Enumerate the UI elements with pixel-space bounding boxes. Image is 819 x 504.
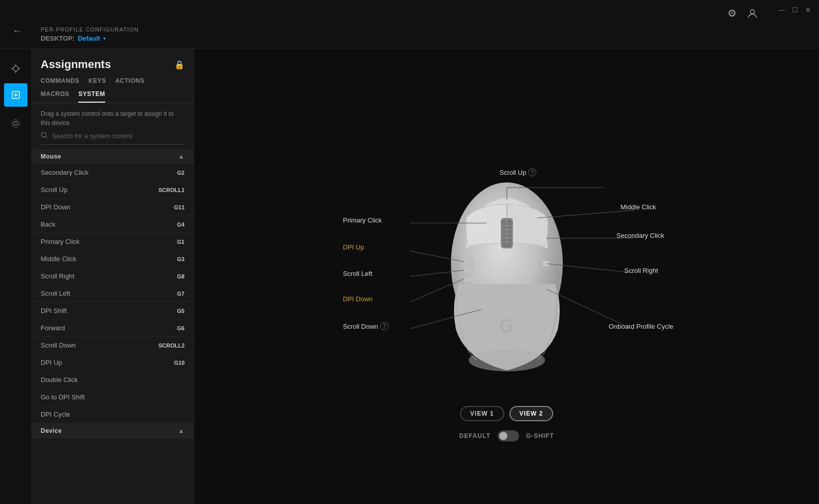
item-label: Back [41, 220, 55, 228]
header: ← PER-PROFILE CONFIGURATION DESKTOP: Def… [0, 0, 819, 49]
svg-point-11 [42, 133, 46, 137]
close-button[interactable]: ✕ [805, 6, 811, 14]
item-key: G7 [177, 291, 185, 297]
item-key: G10 [174, 360, 185, 366]
toggle-thumb [499, 432, 507, 440]
mouse-section-header[interactable]: Mouse ▲ [32, 149, 194, 164]
profile-name: Default [78, 35, 100, 42]
svg-point-0 [750, 10, 754, 14]
device-section-header[interactable]: Device ▲ [32, 423, 194, 438]
item-key: G8 [177, 273, 185, 279]
list-item[interactable]: Primary Click G1 [32, 233, 194, 250]
label-dpi-up: DPI Up [343, 243, 365, 251]
mouse-diagram: G [309, 111, 705, 396]
list-item[interactable]: DPI Shift G5 [32, 302, 194, 320]
item-key: G1 [177, 239, 185, 245]
item-key: G4 [177, 222, 185, 228]
restore-button[interactable]: ☐ [792, 6, 798, 14]
sidebar-icon-effects[interactable] [4, 112, 27, 135]
tab-actions[interactable]: ACTIONS [115, 77, 145, 86]
help-icon-2[interactable]: ? [380, 322, 388, 330]
label-dpi-down: DPI Down [343, 295, 373, 303]
list-item[interactable]: DPI Down G11 [32, 199, 194, 216]
gshift-toggle[interactable] [498, 430, 519, 442]
item-label: Scroll Right [41, 272, 74, 280]
gshift-label: G-SHIFT [526, 432, 554, 439]
view2-button[interactable]: VIEW 2 [509, 406, 554, 421]
left-sidebar [0, 49, 32, 504]
profile-selector[interactable]: DESKTOP: Default ▾ [41, 35, 139, 42]
tab-system[interactable]: SYSTEM [78, 90, 105, 103]
settings-icon[interactable]: ⚙ [727, 7, 737, 19]
tab-row-2: MACROS SYSTEM [32, 86, 194, 103]
item-key: G6 [177, 325, 185, 331]
label-secondary-click: Secondary Click [617, 232, 664, 239]
back-button[interactable]: ← [8, 21, 26, 40]
item-label: Go to DPI Shift [41, 393, 85, 401]
list-item[interactable]: Forward G6 [32, 320, 194, 337]
search-box [41, 132, 185, 145]
sidebar-icon-crosshair[interactable] [4, 57, 27, 80]
list-item[interactable]: Scroll Down SCROLL2 [32, 337, 194, 354]
svg-rect-23 [464, 276, 473, 282]
window-title: PER-PROFILE CONFIGURATION [41, 26, 139, 33]
list-item[interactable]: Scroll Right G8 [32, 268, 194, 285]
desktop-label: DESKTOP: [41, 35, 75, 42]
search-input[interactable] [52, 132, 185, 140]
list-item[interactable]: Middle Click G3 [32, 250, 194, 268]
item-label: DPI Cycle [41, 411, 70, 418]
item-label: Scroll Up [41, 186, 68, 194]
svg-point-1 [13, 66, 18, 71]
mouse-items-list: Secondary Click G2 Scroll Up SCROLL1 DPI… [32, 164, 194, 423]
list-item[interactable]: Double Click [32, 371, 194, 389]
item-label: DPI Shift [41, 307, 67, 314]
item-key: G3 [177, 256, 185, 262]
list-container[interactable]: Mouse ▲ Secondary Click G2 Scroll Up SCR… [32, 149, 194, 504]
item-label: Forward [41, 324, 65, 332]
user-icon[interactable] [747, 8, 758, 19]
list-item[interactable]: DPI Cycle [32, 406, 194, 423]
panel-title: Assignments [41, 58, 111, 71]
mouse-section-label: Mouse [41, 153, 62, 160]
sidebar-icon-assignments[interactable] [4, 83, 27, 107]
item-key: G11 [174, 204, 185, 210]
label-primary-click: Primary Click [343, 216, 382, 224]
item-label: Double Click [41, 376, 78, 384]
shift-toggle-row: DEFAULT G-SHIFT [459, 430, 554, 442]
main-area: G [194, 49, 819, 504]
list-item[interactable]: Scroll Up SCROLL1 [32, 181, 194, 199]
list-item[interactable]: Go to DPI Shift [32, 389, 194, 406]
svg-line-31 [537, 210, 634, 218]
help-icon[interactable]: ? [528, 168, 536, 176]
svg-point-27 [469, 349, 545, 371]
list-item[interactable]: Back G4 [32, 216, 194, 233]
svg-rect-22 [464, 267, 473, 273]
item-key: SCROLL2 [159, 342, 185, 349]
label-scroll-right: Scroll Right [624, 267, 658, 274]
lock-icon[interactable]: 🔒 [174, 60, 185, 70]
list-item[interactable]: Secondary Click G2 [32, 164, 194, 181]
svg-text:G: G [499, 316, 513, 336]
list-item[interactable]: Scroll Left G7 [32, 285, 194, 302]
default-label: DEFAULT [459, 432, 490, 439]
chevron-down-icon: ▾ [103, 36, 106, 41]
search-icon [41, 132, 48, 140]
item-label: DPI Down [41, 203, 71, 211]
tab-commands[interactable]: COMMANDS [41, 77, 79, 86]
list-item[interactable]: DPI Up G10 [32, 354, 194, 371]
label-scroll-up: Scroll Up ? [500, 168, 537, 176]
item-key: G2 [177, 170, 185, 176]
tab-keys[interactable]: KEYS [88, 77, 106, 86]
svg-point-9 [14, 121, 18, 125]
minimize-button[interactable]: — [778, 6, 785, 14]
item-label: Scroll Left [41, 290, 70, 297]
device-section-chevron: ▲ [178, 427, 185, 434]
item-label: Primary Click [41, 238, 80, 245]
item-label: Scroll Down [41, 341, 76, 349]
panel-header: Assignments 🔒 [32, 49, 194, 74]
view1-button[interactable]: VIEW 1 [460, 406, 504, 421]
tab-macros[interactable]: MACROS [41, 90, 69, 103]
assignments-panel: Assignments 🔒 COMMANDS KEYS ACTIONS MACR… [32, 49, 194, 504]
top-right-icons: ⚙ [727, 7, 758, 19]
svg-line-12 [46, 137, 48, 139]
